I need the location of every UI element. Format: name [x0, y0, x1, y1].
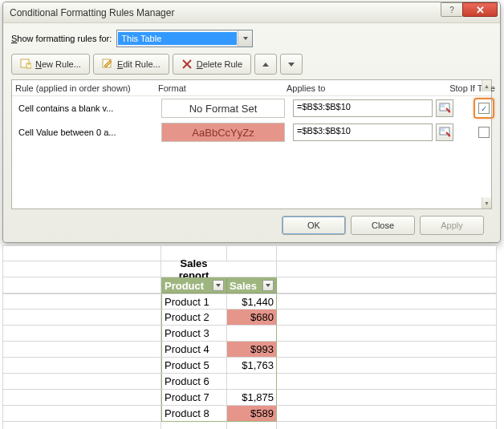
- spreadsheet[interactable]: Sales report Product Sales Product 1$1,4…: [2, 245, 502, 429]
- new-rule-button[interactable]: New Rule...: [11, 54, 90, 75]
- scroll-up-button[interactable]: ▲: [482, 80, 491, 91]
- table-cell-sales[interactable]: [227, 374, 277, 390]
- triangle-down-icon: [288, 63, 295, 67]
- ok-button[interactable]: OK: [282, 216, 346, 235]
- grid-cell[interactable]: [2, 358, 161, 374]
- table-cell-sales[interactable]: $589: [227, 406, 277, 422]
- table-cell-sales[interactable]: $993: [227, 342, 277, 358]
- rule-row[interactable]: Cell contains a blank v...No Format Set=…: [12, 96, 491, 120]
- grid-cell[interactable]: [277, 310, 497, 326]
- grid-cell[interactable]: [277, 261, 497, 277]
- rules-list: Rule (applied in order shown) Format App…: [11, 79, 492, 209]
- table-cell-sales[interactable]: $680: [227, 310, 277, 326]
- grid-cell[interactable]: [277, 277, 497, 293]
- show-rules-for-value: This Table: [118, 32, 237, 45]
- rule-name: Cell contains a blank v...: [18, 103, 158, 113]
- range-selector-icon: [439, 127, 450, 138]
- grid-cell[interactable]: [277, 245, 497, 261]
- col-applies: Applies to: [287, 83, 447, 93]
- window-close-button[interactable]: ✕: [462, 2, 498, 17]
- help-button[interactable]: ?: [441, 2, 463, 17]
- range-selector-button[interactable]: [436, 123, 453, 141]
- grid-cell[interactable]: [277, 342, 497, 358]
- grid-cell[interactable]: [2, 277, 161, 293]
- grid-cell[interactable]: [277, 358, 497, 374]
- grid-cell[interactable]: [161, 422, 227, 429]
- table-cell-product[interactable]: Product 5: [161, 358, 227, 374]
- titlebar: Conditional Formatting Rules Manager ? ✕: [3, 2, 500, 23]
- table-cell-product[interactable]: Product 4: [161, 342, 227, 358]
- triangle-up-icon: [262, 63, 269, 67]
- grid-cell[interactable]: [2, 310, 161, 326]
- format-preview: AaBbCcYyZz: [161, 123, 285, 142]
- report-title[interactable]: Sales report: [161, 261, 227, 277]
- applies-to-input[interactable]: =$B$3:$B$10: [293, 99, 433, 117]
- table-cell-product[interactable]: Product 6: [161, 374, 227, 390]
- cfrm-dialog: Conditional Formatting Rules Manager ? ✕…: [2, 2, 501, 243]
- table-cell-sales[interactable]: $1,440: [227, 293, 277, 310]
- grid-cell[interactable]: [2, 261, 161, 277]
- grid-cell[interactable]: [277, 326, 497, 342]
- grid-cell[interactable]: [227, 245, 277, 261]
- grid-cell[interactable]: [2, 422, 161, 429]
- range-selector-button[interactable]: [436, 99, 453, 117]
- table-cell-sales[interactable]: $1,763: [227, 358, 277, 374]
- table-cell-product[interactable]: Product 3: [161, 326, 227, 342]
- grid-cell[interactable]: [2, 374, 161, 390]
- svg-rect-7: [441, 128, 445, 132]
- grid-cell[interactable]: [227, 261, 277, 277]
- filter-button[interactable]: [262, 280, 274, 291]
- table-cell-product[interactable]: Product 7: [161, 390, 227, 406]
- move-down-button[interactable]: [280, 54, 303, 75]
- close-button[interactable]: Close: [351, 216, 415, 235]
- applies-to-input[interactable]: =$B$3:$B$10: [293, 123, 433, 141]
- stop-if-true-checkbox[interactable]: ✓: [478, 103, 490, 114]
- delete-icon: [181, 59, 193, 70]
- stop-if-true-wrap: [460, 127, 504, 138]
- grid-cell[interactable]: [277, 374, 497, 390]
- table-cell-product[interactable]: Product 1: [161, 293, 227, 310]
- table-cell-sales[interactable]: $1,875: [227, 390, 277, 406]
- table-cell-sales[interactable]: [227, 326, 277, 342]
- grid-cell[interactable]: [2, 342, 161, 358]
- grid-cell[interactable]: [2, 390, 161, 406]
- rules-header: Rule (applied in order shown) Format App…: [12, 80, 491, 96]
- new-rule-icon: [20, 59, 31, 70]
- grid-cell[interactable]: [277, 390, 497, 406]
- dialog-title: Conditional Formatting Rules Manager: [10, 7, 250, 18]
- filter-button[interactable]: [213, 280, 224, 291]
- grid-cell[interactable]: [2, 406, 161, 422]
- format-preview: No Format Set: [161, 99, 285, 118]
- edit-rule-icon: [102, 59, 113, 70]
- grid-cell[interactable]: [277, 406, 497, 422]
- delete-rule-button[interactable]: Delete Rule: [173, 54, 252, 75]
- col-rule: Rule (applied in order shown): [15, 83, 158, 93]
- edit-rule-button[interactable]: Edit Rule...: [93, 54, 169, 75]
- chevron-down-icon: [238, 30, 252, 47]
- move-up-button[interactable]: [254, 54, 277, 75]
- scroll-down-button[interactable]: ▼: [482, 197, 491, 208]
- table-cell-product[interactable]: Product 8: [161, 406, 227, 422]
- table-cell-product[interactable]: Product 2: [161, 310, 227, 326]
- grid-cell[interactable]: [277, 293, 497, 310]
- grid-cell[interactable]: [2, 293, 161, 310]
- grid-cell[interactable]: [227, 422, 277, 429]
- table-header-sales[interactable]: Sales: [227, 277, 277, 293]
- show-rules-for-label: Show formatting rules for:: [11, 34, 112, 43]
- stop-if-true-checkbox[interactable]: [478, 127, 490, 138]
- show-rules-for-combo[interactable]: This Table: [116, 30, 253, 47]
- grid-cell[interactable]: [2, 245, 161, 261]
- range-selector-icon: [439, 103, 450, 114]
- apply-button[interactable]: Apply: [420, 216, 484, 235]
- col-format: Format: [158, 83, 287, 93]
- grid-cell[interactable]: [277, 422, 497, 429]
- table-header-product[interactable]: Product: [161, 277, 227, 293]
- rule-name: Cell Value between 0 a...: [18, 127, 158, 137]
- stop-if-true-wrap: ✓: [460, 98, 504, 119]
- grid-cell[interactable]: [2, 326, 161, 342]
- svg-rect-4: [441, 104, 445, 107]
- rule-row[interactable]: Cell Value between 0 a...AaBbCcYyZz=$B$3…: [12, 120, 491, 144]
